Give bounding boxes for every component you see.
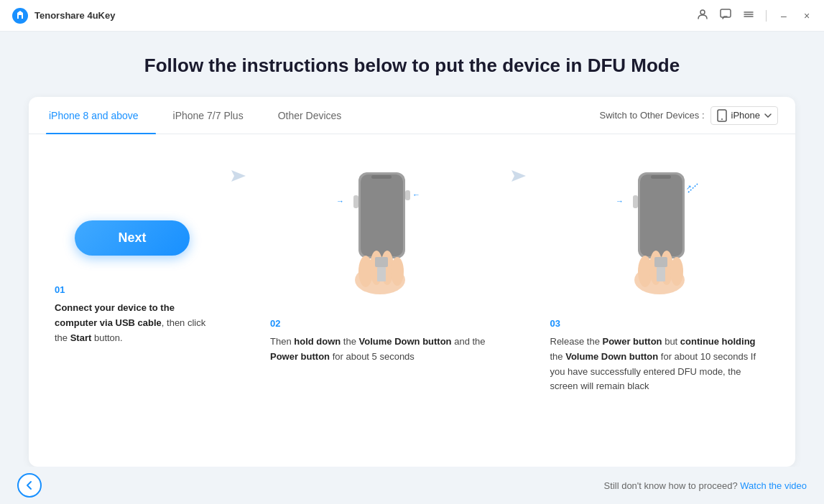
svg-rect-11 [361, 174, 403, 256]
step-3-visual: ↗ → [606, 163, 713, 307]
step-2-text: Then hold down the Volume Down button an… [270, 335, 490, 365]
step-2-num: 02 [270, 318, 490, 329]
phone-icon [717, 109, 727, 122]
device-dropdown[interactable]: iPhone [710, 106, 778, 125]
help-text: Still don't know how to proceed? [604, 480, 738, 491]
svg-rect-26 [640, 174, 682, 256]
back-button[interactable] [17, 473, 42, 498]
minimize-button[interactable]: – [778, 10, 790, 22]
svg-text:→: → [336, 197, 344, 205]
main-content: Follow the instructions below to put the… [0, 32, 824, 467]
svg-rect-14 [405, 190, 410, 200]
svg-point-8 [721, 118, 723, 120]
next-button[interactable]: Next [75, 220, 189, 256]
step-2-desc: 02 Then hold down the Volume Down button… [261, 318, 499, 365]
step-3-desc: 03 Release the Power button but continue… [542, 318, 779, 394]
arrow-2 [499, 163, 542, 246]
svg-marker-9 [231, 170, 246, 182]
svg-rect-28 [633, 195, 638, 208]
step-1-col: Next 01 Connect your device to the compu… [46, 163, 218, 345]
tab-iphone7[interactable]: iPhone 7/7 Plus [156, 97, 261, 134]
arrow-right-2-icon [507, 163, 533, 189]
title-divider [766, 10, 767, 22]
svg-rect-38 [657, 267, 665, 281]
window-controls: – × [697, 9, 813, 22]
close-button[interactable]: × [801, 10, 813, 22]
instruction-card: iPhone 8 and above iPhone 7/7 Plus Other… [29, 97, 795, 467]
app-branding: Tenorshare 4uKey [11, 7, 115, 24]
svg-text:←: ← [412, 190, 420, 199]
step-3-text: Release the Power button but continue ho… [550, 335, 770, 394]
device-selected: iPhone [731, 110, 760, 121]
step-2-col: → ← 02 [261, 163, 499, 365]
chevron-down-icon [764, 113, 772, 118]
step-2-illustration: → ← [326, 165, 434, 305]
page-title: Follow the instructions below to put the… [29, 55, 795, 77]
tabs-left: iPhone 8 and above iPhone 7/7 Plus Other… [46, 97, 600, 134]
app-name-label: Tenorshare 4uKey [34, 10, 115, 21]
svg-rect-13 [353, 195, 358, 208]
step-3-illustration: ↗ → [606, 165, 713, 305]
svg-marker-24 [511, 170, 526, 182]
switch-label: Switch to Other Devices : [600, 110, 705, 121]
svg-rect-27 [651, 175, 671, 179]
tab-other[interactable]: Other Devices [261, 97, 359, 134]
user-icon[interactable] [697, 9, 708, 22]
svg-rect-12 [371, 175, 392, 179]
svg-point-36 [670, 257, 683, 286]
step-2-visual: → ← [326, 163, 434, 307]
back-arrow-icon [24, 480, 34, 490]
steps-area: Next 01 Connect your device to the compu… [29, 134, 795, 467]
bottom-bar: Still don't know how to proceed? Watch t… [0, 467, 824, 504]
arrow-right-icon [227, 163, 253, 189]
svg-text:→: → [616, 197, 624, 205]
chat-icon[interactable] [720, 9, 731, 22]
svg-point-2 [700, 10, 705, 14]
app-logo [11, 7, 29, 24]
step-1-num: 01 [55, 284, 210, 295]
watch-video-link[interactable]: Watch the video [740, 480, 807, 491]
arrow-1 [218, 163, 261, 246]
svg-rect-23 [377, 267, 386, 281]
menu-icon[interactable] [743, 9, 754, 22]
svg-rect-1 [19, 15, 22, 19]
tabs-right: Switch to Other Devices : iPhone [600, 106, 778, 125]
tabs-row: iPhone 8 and above iPhone 7/7 Plus Other… [29, 97, 795, 134]
title-bar: Tenorshare 4uKey – × [0, 0, 824, 32]
step-1-text: Connect your device to the computer via … [55, 301, 210, 345]
svg-rect-22 [375, 257, 388, 267]
svg-point-21 [391, 257, 404, 286]
bottom-help: Still don't know how to proceed? Watch t… [604, 480, 807, 491]
step-3-col: ↗ → [542, 163, 779, 394]
svg-rect-37 [654, 257, 667, 267]
step-3-num: 03 [550, 318, 770, 329]
tab-iphone8[interactable]: iPhone 8 and above [46, 97, 156, 134]
